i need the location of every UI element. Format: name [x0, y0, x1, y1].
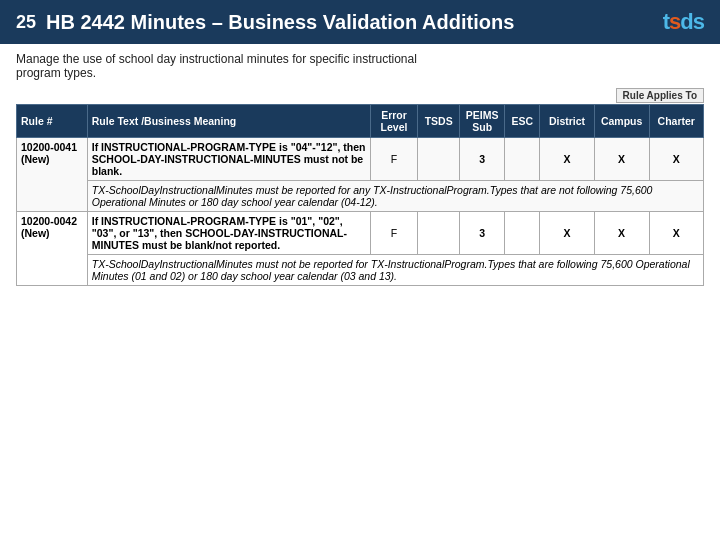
district-0041: X	[540, 138, 594, 181]
rule-text-primary-0042: If INSTRUCTIONAL-PROGRAM-TYPE is "01", "…	[87, 212, 370, 255]
subtitle-block: Manage the use of school day instruction…	[0, 44, 720, 84]
charter-0042: X	[649, 212, 703, 255]
table-row-secondary-0041: TX-SchoolDayInstructionalMinutes must be…	[17, 181, 704, 212]
col-header-text: Rule Text /Business Meaning	[87, 105, 370, 138]
table-row: 10200-0041 (New) If INSTRUCTIONAL-PROGRA…	[17, 138, 704, 181]
tsds-0042	[418, 212, 459, 255]
tsds-0041	[418, 138, 459, 181]
district-0042: X	[540, 212, 594, 255]
error-level-0041: F	[370, 138, 418, 181]
col-header-district: District	[540, 105, 594, 138]
col-header-esc: ESC	[505, 105, 540, 138]
col-header-rule: Rule #	[17, 105, 88, 138]
page-header: 25 HB 2442 Minutes – Business Validation…	[0, 0, 720, 44]
charter-0041: X	[649, 138, 703, 181]
table-row-0042: 10200-0042 (New) If INSTRUCTIONAL-PROGRA…	[17, 212, 704, 255]
logo-accent: s	[669, 9, 680, 34]
rule-num-0042: 10200-0042 (New)	[17, 212, 88, 286]
col-header-error: Error Level	[370, 105, 418, 138]
subtitle-line1: Manage the use of school day instruction…	[16, 52, 704, 66]
col-header-tsds: TSDS	[418, 105, 459, 138]
rule-text-secondary-0042: TX-SchoolDayInstructionalMinutes must no…	[87, 255, 703, 286]
slide-number: 25	[16, 12, 36, 33]
peims-sub-0041: 3	[459, 138, 505, 181]
esc-0041	[505, 138, 540, 181]
campus-0041: X	[594, 138, 649, 181]
rule-num-0041: 10200-0041 (New)	[17, 138, 88, 212]
campus-0042: X	[594, 212, 649, 255]
table-wrapper: Rule Applies To Rule # Rule Text /Busine…	[0, 84, 720, 294]
rule-applies-to-label: Rule Applies To	[616, 88, 704, 103]
col-header-charter: Charter	[649, 105, 703, 138]
validation-table: Rule # Rule Text /Business Meaning Error…	[16, 104, 704, 286]
subtitle-line2: program types.	[16, 66, 704, 80]
peims-sub-0042: 3	[459, 212, 505, 255]
col-header-campus: Campus	[594, 105, 649, 138]
rule-text-secondary-0041: TX-SchoolDayInstructionalMinutes must be…	[87, 181, 703, 212]
error-level-0042: F	[370, 212, 418, 255]
esc-0042	[505, 212, 540, 255]
table-row-secondary-0042: TX-SchoolDayInstructionalMinutes must no…	[17, 255, 704, 286]
tsds-logo: tsds	[663, 9, 704, 35]
col-header-peims: PEIMS Sub	[459, 105, 505, 138]
page-title: HB 2442 Minutes – Business Validation Ad…	[46, 11, 663, 34]
rule-applies-to-row: Rule Applies To	[16, 88, 704, 103]
rule-text-primary-0041: If INSTRUCTIONAL-PROGRAM-TYPE is "04"-"1…	[87, 138, 370, 181]
